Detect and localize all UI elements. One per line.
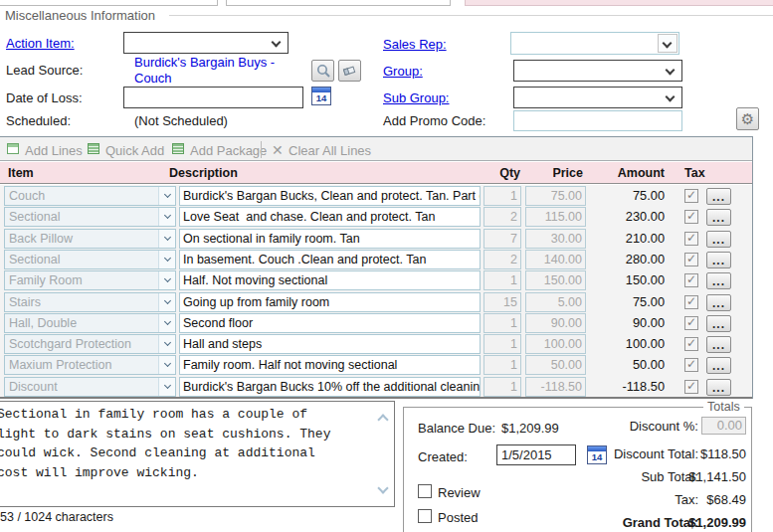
description-input[interactable]: Burdick's Bargan Bucks, Clean and protec… <box>179 186 481 206</box>
tax-checkbox[interactable]: ✓ <box>684 295 698 309</box>
qty-input[interactable]: 1 <box>483 270 521 290</box>
group-link[interactable]: Group: <box>383 64 423 79</box>
item-select[interactable]: Discount <box>4 377 176 397</box>
item-select-arrow <box>158 356 175 374</box>
calendar-icon[interactable]: 14 <box>311 87 331 105</box>
price-input[interactable]: 140.00 <box>525 250 586 269</box>
tax-checkbox[interactable]: ✓ <box>684 316 698 330</box>
qty-input[interactable]: 2 <box>483 250 521 269</box>
qty-input[interactable]: 1 <box>483 186 521 206</box>
row-detail-button[interactable]: ... <box>706 272 731 289</box>
lead-source-label: Lead Source: <box>6 63 83 78</box>
qty-input[interactable]: 1 <box>483 334 521 354</box>
discount-pct-input[interactable]: 0.00 <box>701 417 746 435</box>
description-input[interactable]: Hall and steps <box>179 334 481 354</box>
price-input[interactable]: 5.00 <box>525 292 586 312</box>
sub-group-select[interactable] <box>513 87 682 108</box>
chevron-down-icon <box>666 66 676 76</box>
item-select[interactable]: Sectional <box>4 250 176 269</box>
item-select-arrow <box>158 230 175 248</box>
qty-input[interactable]: 2 <box>483 207 521 227</box>
clear-all-lines-button[interactable]: Clear All Lines <box>289 143 371 159</box>
row-detail-button[interactable]: ... <box>706 357 731 374</box>
tax-checkbox[interactable]: ✓ <box>684 337 698 351</box>
tax-checkbox[interactable]: ✓ <box>684 273 698 287</box>
price-input[interactable]: -118.50 <box>525 377 586 397</box>
price-input[interactable]: 30.00 <box>525 229 586 249</box>
tax-checkbox[interactable]: ✓ <box>684 358 698 372</box>
date-of-loss-label: Date of Loss: <box>6 90 83 105</box>
action-item-link[interactable]: Action Item: <box>6 36 75 51</box>
price-input[interactable]: 100.00 <box>525 334 586 354</box>
price-input[interactable]: 75.00 <box>525 186 586 206</box>
row-detail-button[interactable]: ... <box>706 315 731 332</box>
description-input[interactable]: On sectional in family room. Tan <box>179 229 481 249</box>
quick-add-button[interactable]: Quick Add <box>105 143 164 159</box>
promo-settings-button[interactable]: ⚙ <box>736 107 759 130</box>
description-input[interactable]: Going up from family room <box>179 292 481 312</box>
amount-value: 75.00 <box>589 292 665 312</box>
tax-checkbox[interactable]: ✓ <box>684 253 698 266</box>
row-detail-button[interactable]: ... <box>706 379 731 396</box>
item-select[interactable]: Scotchgard Protection <box>4 334 176 354</box>
scroll-down-icon[interactable] <box>377 482 388 493</box>
item-select[interactable]: Family Room <box>4 270 176 290</box>
action-item-select[interactable] <box>123 32 289 54</box>
qty-input[interactable]: 1 <box>483 355 521 375</box>
price-input[interactable]: 115.00 <box>525 207 586 227</box>
item-select[interactable]: Sectional <box>4 207 176 227</box>
description-input[interactable]: Burdick's Bargan Bucks 10% off the addit… <box>179 377 481 397</box>
row-detail-button[interactable]: ... <box>706 231 731 248</box>
posted-checkbox[interactable] <box>418 509 432 523</box>
tax-checkbox[interactable]: ✓ <box>684 210 698 224</box>
row-detail-button[interactable]: ... <box>706 294 731 311</box>
scroll-up-icon[interactable] <box>377 414 388 425</box>
row-detail-button[interactable]: ... <box>706 336 731 353</box>
qty-input[interactable]: 7 <box>483 229 521 249</box>
row-detail-button[interactable]: ... <box>706 188 731 205</box>
price-input[interactable]: 90.00 <box>525 313 586 333</box>
column-header-tax: Tax <box>684 162 705 184</box>
description-input[interactable]: Half. Not moving sectional <box>179 270 481 290</box>
tax-checkbox[interactable]: ✓ <box>684 380 698 394</box>
row-detail-button[interactable]: ... <box>706 252 731 268</box>
qty-input[interactable]: 1 <box>483 313 521 333</box>
sub-group-link[interactable]: Sub Group: <box>383 90 450 105</box>
tax-checkbox[interactable]: ✓ <box>684 189 698 203</box>
review-label: Review <box>438 485 481 500</box>
description-input[interactable]: Love Seat and chase. Clean and protect. … <box>179 207 481 227</box>
lead-source-value: Burdick's Bargain Buys - Couch <box>134 55 311 87</box>
item-select-arrow <box>158 378 175 396</box>
check-icon: ✓ <box>686 274 696 284</box>
price-input[interactable]: 150.00 <box>525 270 586 290</box>
qty-input[interactable]: 15 <box>483 292 521 312</box>
grid-bottom-border <box>0 397 752 399</box>
item-select[interactable]: Couch <box>4 186 176 206</box>
lead-source-search-button[interactable] <box>311 60 334 82</box>
item-select[interactable]: Stairs <box>4 292 176 312</box>
date-of-loss-input[interactable] <box>123 87 303 108</box>
qty-input[interactable]: 1 <box>483 377 521 397</box>
review-checkbox[interactable] <box>418 484 432 498</box>
sales-rep-select[interactable] <box>510 32 679 55</box>
chevron-down-icon <box>164 212 171 219</box>
sales-rep-link[interactable]: Sales Rep: <box>383 37 447 52</box>
price-input[interactable]: 50.00 <box>525 355 586 375</box>
tax-value: $68.49 <box>643 492 746 507</box>
item-select[interactable]: Hall, Double <box>4 313 176 333</box>
item-select[interactable]: Maxium Protection <box>4 355 176 375</box>
lead-source-clear-button[interactable] <box>338 60 361 82</box>
description-input[interactable]: In basement. Couch .Clean and protect. T… <box>179 250 481 269</box>
row-detail-button[interactable]: ... <box>706 209 731 226</box>
tax-checkbox[interactable]: ✓ <box>684 232 698 246</box>
chevron-down-icon <box>164 382 171 389</box>
top-field-remnant-left <box>0 0 218 6</box>
add-package-button[interactable]: Add Package <box>190 143 267 159</box>
description-input[interactable]: Family room. Half not moving sectional <box>179 355 481 375</box>
group-select[interactable] <box>513 60 682 82</box>
item-select[interactable]: Back Pillow <box>4 229 176 249</box>
promo-code-input[interactable] <box>513 110 682 131</box>
add-lines-button[interactable]: Add Lines <box>25 143 83 159</box>
notes-textarea[interactable]: Sectional in family room has a couple of… <box>0 401 395 507</box>
description-input[interactable]: Second floor <box>179 313 481 333</box>
